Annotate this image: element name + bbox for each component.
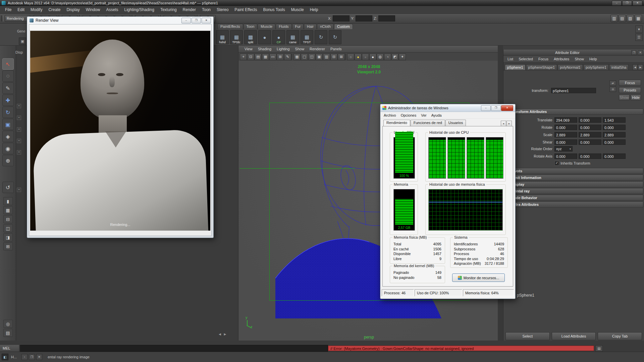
menu-help[interactable]: Help [307, 7, 321, 12]
shelf-tab-custom[interactable]: Custom [334, 24, 353, 29]
rv-minimize-button[interactable]: – [181, 18, 191, 23]
menu-muscle[interactable]: Muscle [288, 7, 307, 12]
section-display[interactable]: Display [505, 181, 643, 187]
transform-name-field[interactable]: pSphere1 [551, 88, 596, 93]
shelf-item-came[interactable]: ▦ came [286, 30, 299, 44]
pane-toggle[interactable] [17, 188, 21, 192]
show-manipulator-tool[interactable]: ⊕ [2, 155, 14, 166]
single-pane-layout-button[interactable]: ▮ [3, 197, 13, 205]
shelf-item-hshd[interactable]: ▦ hshd [216, 30, 229, 44]
tm-menu-opciones[interactable]: Opciones [398, 113, 419, 117]
ae-menu-show[interactable]: Show [572, 57, 587, 61]
menu-paint-effects[interactable]: Paint Effects [231, 7, 260, 12]
load-attributes-button[interactable]: Load Attributes [552, 332, 596, 340]
menu-assets[interactable]: Assets [103, 7, 121, 12]
tm-tab-funciones-red[interactable]: Funciones de red [411, 120, 445, 126]
focus-button[interactable]: Focus [619, 80, 641, 86]
shelf-tab-ncloth[interactable]: nCloth [317, 24, 334, 29]
section-transform-attributes[interactable]: Transform Attributes [504, 109, 643, 115]
tab-scroll-left-icon[interactable]: ◀ [633, 64, 638, 70]
universal-manipulator-tool[interactable]: ◈ [2, 131, 14, 142]
x-input[interactable] [333, 15, 350, 21]
attribute-value-z[interactable]: 0.000 [603, 125, 626, 130]
y-input[interactable] [356, 15, 372, 21]
tab-arrow-left-icon[interactable]: ◄ [501, 121, 506, 126]
command-language-selector[interactable]: MEL [0, 345, 19, 352]
ae-tab-psphere1[interactable]: pSphere1 [505, 64, 526, 70]
command-result-error[interactable]: // Error: (Mayatomr.Geometry) : Gown:Gow… [328, 346, 594, 351]
ae-tab-psphereshape1[interactable]: pSphereShape1 [526, 64, 557, 70]
scale-tool[interactable]: ▣ [2, 119, 14, 130]
ae-tab-polysphere1[interactable]: polySphere1 [583, 64, 609, 70]
grease-pencil-icon[interactable]: ✎ [284, 54, 291, 60]
four-pane-layout-button[interactable]: ▦ [3, 206, 13, 214]
rotate-axis-x[interactable]: 0.000 [554, 154, 577, 159]
section-mental-ray[interactable]: mental ray [505, 188, 643, 194]
image-plane-icon[interactable]: ▭ [269, 54, 276, 60]
pane-toggle[interactable] [17, 104, 21, 108]
section-pivots[interactable]: Pivots [505, 168, 643, 174]
vp-menu-lighting[interactable]: Lighting [274, 47, 292, 51]
inherits-transform-checkbox[interactable]: ✓ [554, 161, 559, 166]
menu-create[interactable]: Create [45, 7, 63, 12]
tab-scroll-right-icon[interactable]: ▶ [638, 64, 643, 70]
gate-mask-icon[interactable]: ▣ [316, 54, 323, 60]
tm-menu-ayuda[interactable]: Ayuda [429, 113, 444, 117]
show-button[interactable]: Show [619, 95, 630, 101]
outliner-toggle-icon[interactable]: ◎ [3, 320, 13, 328]
vp-menu-show[interactable]: Show [292, 47, 307, 51]
menu-window[interactable]: Window [83, 7, 103, 12]
pane-toggle[interactable] [17, 116, 21, 120]
minimize-button[interactable]: – [612, 1, 622, 6]
soft-modification-tool[interactable]: ◉ [2, 143, 14, 154]
restore-button[interactable]: ❐ [622, 1, 632, 6]
separator[interactable] [345, 54, 347, 60]
vp-menu-shading[interactable]: Shading [255, 47, 274, 51]
presets-button[interactable]: Presets [619, 87, 641, 93]
close-button[interactable]: ✕ [633, 1, 642, 6]
close-panel-icon[interactable]: ✕ [638, 50, 643, 55]
menu-file[interactable]: File [2, 7, 14, 12]
shelf-item-tpst[interactable]: ▦ TPST [301, 30, 313, 44]
vp-menu-view[interactable]: View [242, 47, 255, 51]
rotate-tool[interactable]: ↻ [2, 107, 14, 118]
shelf-side-icon[interactable]: ▣ [19, 38, 26, 45]
ae-menu-attributes[interactable]: Attributes [551, 57, 572, 61]
rotate-axis-z[interactable]: 0.000 [603, 154, 626, 159]
script-editor-icon[interactable]: ▤ [595, 345, 603, 352]
safe-action-icon[interactable]: ⊟ [330, 54, 337, 60]
renderer-options-icon[interactable]: ✦ [399, 54, 406, 60]
tm-menu-archivo[interactable]: Archivo [381, 113, 398, 117]
tm-close-button[interactable]: ✕ [501, 105, 513, 111]
rv-maximize-button[interactable]: ❐ [192, 18, 201, 23]
tm-minimize-button[interactable]: – [481, 105, 491, 111]
film-gate-icon[interactable]: ▢ [301, 54, 308, 60]
menu-toon[interactable]: Toon [199, 7, 214, 12]
vp-menu-panels[interactable]: Panels [328, 47, 344, 51]
select-tool[interactable]: ↖ [2, 58, 14, 70]
shadows-icon[interactable]: ● [362, 54, 369, 60]
move-tool[interactable]: ✚ [2, 95, 14, 106]
attribute-value-x[interactable]: 2.889 [554, 132, 577, 137]
shelf-item-split[interactable]: ▩ split [244, 30, 257, 44]
safe-title-icon[interactable]: ⊠ [338, 54, 345, 60]
lock-camera-icon[interactable]: ⊡ [247, 54, 254, 60]
menu-texturing[interactable]: Texturing [157, 7, 180, 12]
bookmarks-icon[interactable]: ▦ [262, 54, 269, 60]
attribute-value-y[interactable]: 0.000 [579, 117, 601, 123]
hide-button[interactable]: Hide [631, 95, 641, 101]
vp-menu-renderer[interactable]: Renderer [307, 47, 328, 51]
help-line-icon[interactable]: ◧ [2, 354, 8, 360]
persp-outliner-layout-button[interactable]: ◨ [3, 233, 13, 241]
lasso-tool[interactable]: ◌ [2, 70, 14, 82]
textured-icon[interactable]: ● [369, 54, 376, 60]
menu-bonus-tools[interactable]: Bonus Tools [260, 7, 288, 12]
section-extra-attributes[interactable]: Extra Attributes [505, 201, 643, 207]
menu-stereo[interactable]: Stereo [214, 7, 231, 12]
resolution-gate-icon[interactable]: ◫ [308, 54, 315, 60]
close-bar-icon[interactable]: ✕ [36, 354, 42, 360]
section-limit-information[interactable]: Limit Information [505, 175, 643, 181]
rv-close-button[interactable]: ✕ [202, 18, 211, 23]
attribute-value-z[interactable]: 1.543 [603, 117, 626, 123]
shelf-tab-muscle[interactable]: Muscle [258, 24, 275, 29]
